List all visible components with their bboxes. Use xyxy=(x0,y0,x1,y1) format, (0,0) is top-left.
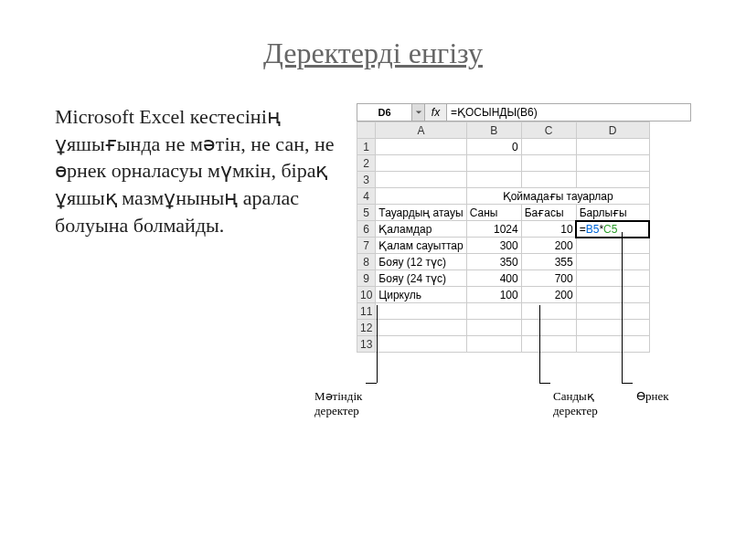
row-6: 6 Қаламдар 1024 10 =B5*C5 xyxy=(357,221,650,238)
cell-D5: Барлығы xyxy=(576,205,649,221)
col-header-D: D xyxy=(576,122,649,139)
row-header: 1 xyxy=(357,139,376,155)
cell-A7: Қалам сауыттар xyxy=(376,238,466,254)
callout-numeric-data: Сандық деректер xyxy=(553,389,608,418)
row-1: 10 xyxy=(357,139,650,155)
row-4: 4Қоймадағы тауарлар xyxy=(357,188,650,205)
row-header: 13 xyxy=(357,336,376,353)
callouts-area: Мәтіндік деректер Сандық деректер Өрнек xyxy=(357,360,691,442)
row-10: 10 Циркуль 100 200 xyxy=(357,287,650,303)
col-header-C: C xyxy=(521,122,576,139)
slide-title: Деректерді енгізу xyxy=(55,37,691,70)
cell-A10: Циркуль xyxy=(376,287,466,303)
row-12: 12 xyxy=(357,320,650,336)
row-13: 13 xyxy=(357,336,650,353)
spreadsheet-grid: A B C D 10 2 3 4Қоймадағы тауарлар 5 Тау… xyxy=(357,122,650,353)
cell-C8: 355 xyxy=(521,254,576,270)
col-header-A: A xyxy=(376,122,466,139)
callout-line xyxy=(366,383,377,384)
row-header: 5 xyxy=(357,205,376,221)
cell-A6: Қаламдар xyxy=(376,221,466,238)
row-header: 12 xyxy=(357,320,376,336)
row-header: 8 xyxy=(357,254,376,270)
cell-B8: 350 xyxy=(466,254,521,270)
slide: Деректерді енгізу Microsoft Excel кестес… xyxy=(0,0,746,560)
callout-expression: Өрнек xyxy=(636,389,682,404)
content-row: Microsoft Excel кестесінің ұяшығында не … xyxy=(55,103,691,442)
row-11: 11 xyxy=(357,303,650,320)
name-box: D6 xyxy=(357,104,412,121)
cell-B7: 300 xyxy=(466,238,521,254)
row-9: 9 Бояу (24 түс) 400 700 xyxy=(357,270,650,287)
callout-line xyxy=(377,305,378,383)
row-7: 7 Қалам сауыттар 300 200 xyxy=(357,238,650,254)
cell-A8: Бояу (12 түс) xyxy=(376,254,466,270)
cell-B10: 100 xyxy=(466,287,521,303)
row-header: 6 xyxy=(357,221,376,238)
row-header: 7 xyxy=(357,238,376,254)
row-header: 10 xyxy=(357,287,376,303)
cell-merge-title: Қоймадағы тауарлар xyxy=(466,188,649,205)
column-headers: A B C D xyxy=(357,122,650,139)
fx-icon: fx xyxy=(425,104,447,121)
callout-line xyxy=(622,383,633,384)
row-header: 9 xyxy=(357,270,376,287)
cell-C6: 10 xyxy=(521,221,576,238)
excel-screenshot: D6 fx =ҚОСЫНДЫ(B6) A B C D 10 2 3 4Қойм xyxy=(357,103,691,442)
row-header: 4 xyxy=(357,188,376,205)
row-2: 2 xyxy=(357,155,650,172)
row-5: 5 Тауардың атауы Саны Бағасы Барлығы xyxy=(357,205,650,221)
cell-D6-active: =B5*C5 xyxy=(576,221,649,238)
callout-line xyxy=(539,305,540,383)
cell-C10: 200 xyxy=(521,287,576,303)
row-8: 8 Бояу (12 түс) 350 355 xyxy=(357,254,650,270)
row-3: 3 xyxy=(357,172,650,188)
row-header: 2 xyxy=(357,155,376,172)
body-paragraph: Microsoft Excel кестесінің ұяшығында не … xyxy=(55,103,338,238)
callout-line xyxy=(622,232,623,383)
cell-B9: 400 xyxy=(466,270,521,287)
callout-line xyxy=(539,383,550,384)
cell-B5: Саны xyxy=(466,205,521,221)
cell-C7: 200 xyxy=(521,238,576,254)
select-all-corner xyxy=(357,122,376,139)
cell-C9: 700 xyxy=(521,270,576,287)
formula-bar-value: =ҚОСЫНДЫ(B6) xyxy=(447,104,690,121)
col-header-B: B xyxy=(466,122,521,139)
name-box-dropdown-icon xyxy=(412,104,425,121)
row-header: 3 xyxy=(357,172,376,188)
cell-C5: Бағасы xyxy=(521,205,576,221)
callout-text-data: Мәтіндік деректер xyxy=(314,389,369,418)
cell-A9: Бояу (24 түс) xyxy=(376,270,466,287)
formula-bar: D6 fx =ҚОСЫНДЫ(B6) xyxy=(357,103,691,122)
cell-B1: 0 xyxy=(466,139,521,155)
cell-A5: Тауардың атауы xyxy=(376,205,466,221)
cell-B6: 1024 xyxy=(466,221,521,238)
row-header: 11 xyxy=(357,303,376,320)
